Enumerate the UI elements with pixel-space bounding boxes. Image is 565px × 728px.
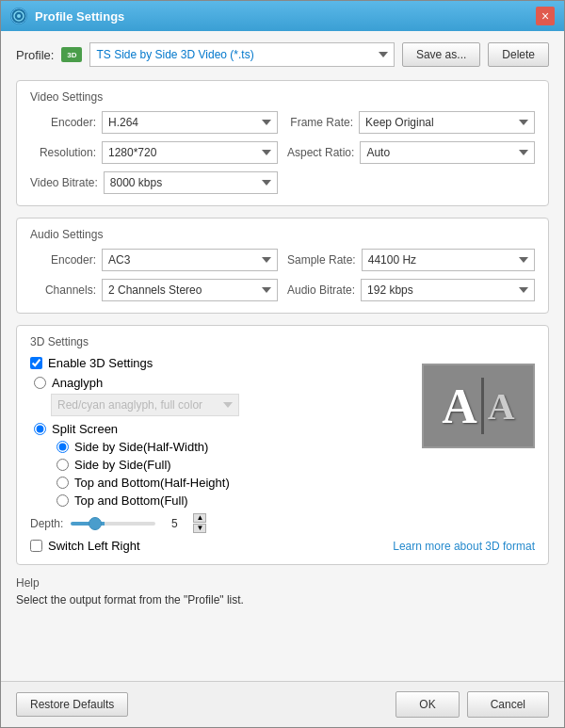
encoder-label: Encoder:	[30, 116, 96, 129]
anaglyph-type-select: Red/cyan anaglyph, full color	[51, 394, 239, 416]
audio-settings-grid: Encoder: AC3 Sample Rate: 44100 Hz Chann…	[30, 249, 535, 301]
resolution-row: Resolution: 1280*720	[30, 141, 278, 164]
title-bar-left: Profile Settings	[10, 8, 124, 24]
restore-defaults-button[interactable]: Restore Defaults	[16, 692, 128, 717]
help-title: Help	[16, 576, 549, 590]
aspect-ratio-label: Aspect Ratio:	[287, 146, 354, 159]
channels-row: Channels: 2 Channels Stereo	[30, 279, 278, 301]
video-bitrate-label: Video Bitrate:	[30, 176, 98, 189]
preview-letters: A A	[442, 378, 514, 434]
audio-settings-title: Audio Settings	[30, 228, 535, 241]
video-settings-section: Video Settings Encoder: H.264 Frame Rate…	[16, 80, 549, 206]
side-by-side-full-radio[interactable]	[56, 459, 69, 471]
title-bar: Profile Settings ×	[1, 1, 564, 31]
3d-settings-title: 3D Settings	[30, 335, 535, 348]
video-bitrate-row: Video Bitrate: 8000 kbps	[30, 171, 278, 194]
profile-label: Profile:	[16, 48, 54, 62]
switch-lr-row: Switch Left Right	[30, 539, 140, 553]
aspect-ratio-row: Aspect Ratio: Auto	[287, 141, 535, 164]
top-bottom-half-label: Top and Bottom(Half-Height)	[74, 476, 230, 490]
profile-select[interactable]: TS Side by Side 3D Video (*.ts)	[89, 42, 394, 67]
side-by-side-half-radio[interactable]	[56, 441, 69, 453]
dialog-footer: Restore Defaults OK Cancel	[1, 681, 564, 727]
depth-row: Depth: 5 ▲ ▼	[30, 513, 535, 533]
audio-encoder-select[interactable]: AC3	[102, 249, 278, 271]
side-by-side-full-label: Side by Side(Full)	[74, 458, 171, 472]
sample-rate-select[interactable]: 44100 Hz	[362, 249, 535, 271]
channels-label: Channels:	[30, 283, 96, 297]
switch-learn-row: Switch Left Right Learn more about 3D fo…	[30, 539, 535, 553]
ok-button[interactable]: OK	[396, 691, 459, 718]
depth-spinner: ▲ ▼	[193, 513, 206, 533]
encoder-select[interactable]: H.264	[102, 111, 278, 134]
dialog-content: Profile: 3D TS Side by Side 3D Video (*.…	[1, 31, 564, 681]
resolution-select[interactable]: 1280*720	[102, 141, 278, 164]
video-bitrate-select[interactable]: 8000 kbps	[104, 171, 278, 194]
top-bottom-half-radio[interactable]	[56, 477, 69, 489]
resolution-label: Resolution:	[30, 146, 96, 159]
anaglyph-label[interactable]: Anaglyph	[52, 376, 103, 390]
help-section: Help Select the output format from the "…	[16, 576, 549, 607]
audio-encoder-label: Encoder:	[30, 253, 96, 267]
depth-slider[interactable]	[71, 522, 155, 526]
depth-value: 5	[163, 517, 186, 530]
help-text: Select the output format from the "Profi…	[16, 593, 549, 607]
video-settings-grid: Encoder: H.264 Frame Rate: Keep Original…	[30, 111, 535, 194]
encoder-row: Encoder: H.264	[30, 111, 278, 134]
3d-preview-box: A A	[422, 364, 535, 448]
preview-divider	[481, 378, 484, 434]
aspect-ratio-select[interactable]: Auto	[360, 141, 535, 164]
svg-point-2	[17, 14, 21, 18]
cancel-button[interactable]: Cancel	[467, 691, 549, 718]
dialog-window: Profile Settings × Profile: 3D TS Side b…	[0, 0, 565, 728]
top-bottom-full-label: Top and Bottom(Full)	[74, 493, 188, 508]
channels-select[interactable]: 2 Channels Stereo	[102, 279, 278, 301]
learn-more-link[interactable]: Learn more about 3D format	[393, 540, 535, 553]
close-button[interactable]: ×	[536, 7, 555, 25]
video-settings-title: Video Settings	[30, 90, 535, 104]
split-screen-label[interactable]: Split Screen	[52, 422, 118, 436]
app-icon	[10, 8, 27, 24]
audio-bitrate-label: Audio Bitrate:	[287, 283, 355, 297]
depth-label: Depth:	[30, 517, 63, 530]
split-screen-radio[interactable]	[34, 423, 46, 435]
top-bottom-full-radio[interactable]	[56, 494, 69, 507]
sample-rate-label: Sample Rate:	[287, 253, 356, 267]
profile-format-icon: 3D	[61, 47, 82, 62]
save-as-button[interactable]: Save as...	[402, 42, 480, 67]
sample-rate-row: Sample Rate: 44100 Hz	[287, 249, 535, 271]
side-by-side-half-label: Side by Side(Half-Width)	[74, 440, 208, 454]
enable-3d-label[interactable]: Enable 3D Settings	[48, 356, 153, 370]
switch-lr-checkbox[interactable]	[30, 540, 42, 552]
frame-rate-select[interactable]: Keep Original	[359, 111, 535, 134]
window-title: Profile Settings	[35, 9, 124, 24]
audio-encoder-row: Encoder: AC3	[30, 249, 278, 271]
split-option-2-row: Side by Side(Full)	[56, 458, 535, 472]
anaglyph-radio[interactable]	[34, 377, 46, 389]
3d-settings-section: 3D Settings A A Enable 3D Settings Anagl…	[16, 325, 549, 565]
profile-row: Profile: 3D TS Side by Side 3D Video (*.…	[16, 42, 549, 67]
enable-3d-checkbox[interactable]	[30, 357, 42, 369]
audio-settings-section: Audio Settings Encoder: AC3 Sample Rate:…	[16, 218, 549, 314]
audio-bitrate-row: Audio Bitrate: 192 kbps	[287, 279, 535, 301]
delete-button[interactable]: Delete	[488, 42, 549, 67]
depth-down-button[interactable]: ▼	[193, 524, 206, 533]
split-option-4-row: Top and Bottom(Full)	[56, 493, 535, 508]
switch-lr-label[interactable]: Switch Left Right	[48, 539, 140, 553]
frame-rate-label: Frame Rate:	[287, 116, 353, 129]
frame-rate-row: Frame Rate: Keep Original	[287, 111, 535, 134]
split-option-3-row: Top and Bottom(Half-Height)	[56, 476, 535, 490]
footer-right: OK Cancel	[396, 691, 549, 718]
depth-up-button[interactable]: ▲	[193, 513, 206, 523]
audio-bitrate-select[interactable]: 192 kbps	[361, 279, 535, 301]
